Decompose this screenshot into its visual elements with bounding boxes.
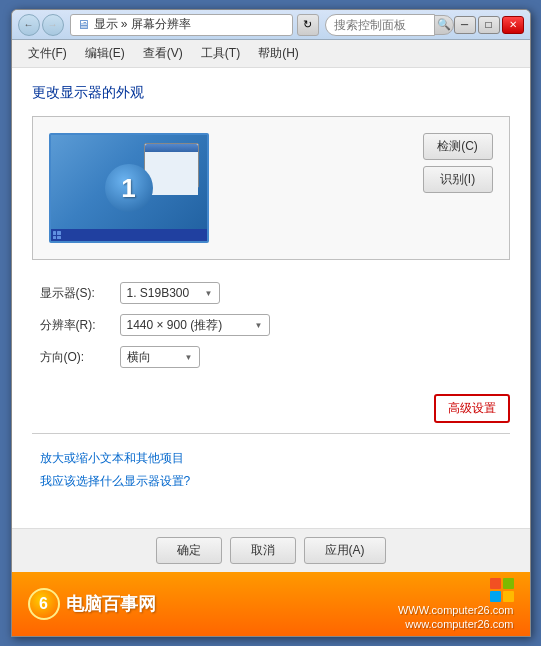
watermark-url2: www.computer26.com <box>405 618 513 630</box>
settings-section: 显示器(S): 1. S19B300 ▼ 分辨率(R): 1440 × 900 … <box>32 276 510 384</box>
watermark-logo: 6 <box>28 588 60 620</box>
watermark-site-name: 电脑百事网 <box>66 592 156 616</box>
refresh-button[interactable]: ↻ <box>297 14 319 36</box>
menu-view[interactable]: 查看(V) <box>135 42 191 65</box>
window-controls: ─ □ ✕ <box>454 16 524 34</box>
close-button[interactable]: ✕ <box>502 16 524 34</box>
monitor-display: 1 <box>49 133 209 243</box>
watermark: 6 电脑百事网 WWW.computer26.com www.computer2… <box>12 572 530 636</box>
ok-button[interactable]: 确定 <box>156 537 222 564</box>
detect-button[interactable]: 检测(C) <box>423 133 493 160</box>
search-area: 🔍 <box>325 14 454 36</box>
back-button[interactable]: ← <box>18 14 40 36</box>
display-value: 1. S19B300 <box>127 286 190 300</box>
monitor-screen: 1 <box>49 133 209 243</box>
display-select-wrapper: 1. S19B300 ▼ <box>120 282 220 304</box>
restore-button[interactable]: □ <box>478 16 500 34</box>
apply-button[interactable]: 应用(A) <box>304 537 386 564</box>
cancel-button[interactable]: 取消 <box>230 537 296 564</box>
monitor-number: 1 <box>105 164 153 212</box>
display-field-row: 显示器(S): 1. S19B300 ▼ <box>40 282 502 304</box>
title-bar: ← → 🖥 显示 » 屏幕分辨率 ↻ 🔍 ─ □ ✕ <box>12 10 530 40</box>
preview-buttons: 检测(C) 识别(I) <box>423 133 493 193</box>
resolution-select[interactable]: 1440 × 900 (推荐) ▼ <box>120 314 270 336</box>
monitor-taskbar <box>51 229 207 241</box>
watermark-right: WWW.computer26.com www.computer26.com <box>398 578 514 630</box>
page-title: 更改显示器的外观 <box>32 84 510 102</box>
watermark-left: 6 电脑百事网 <box>28 588 156 620</box>
monitor-preview-area: 1 检测(C) 识别(I) <box>32 116 510 260</box>
menu-file[interactable]: 文件(F) <box>20 42 75 65</box>
win-quad-yellow <box>503 591 514 602</box>
minimize-button[interactable]: ─ <box>454 16 476 34</box>
breadcrumb-bar: 🖥 显示 » 屏幕分辨率 ↻ <box>70 14 319 36</box>
orientation-value: 横向 <box>127 349 151 366</box>
resolution-arrow: ▼ <box>255 321 263 330</box>
main-window: ← → 🖥 显示 » 屏幕分辨率 ↻ 🔍 ─ □ ✕ 文件(F) 编辑(E) 查… <box>11 9 531 637</box>
orientation-select[interactable]: 横向 ▼ <box>120 346 200 368</box>
content-area: 更改显示器的外观 1 <box>12 68 530 528</box>
orientation-field-row: 方向(O): 横向 ▼ <box>40 346 502 368</box>
forward-button[interactable]: → <box>42 14 64 36</box>
orientation-arrow: ▼ <box>185 353 193 362</box>
display-arrow: ▼ <box>205 289 213 298</box>
orientation-select-wrapper: 横向 ▼ <box>120 346 200 368</box>
advanced-btn-wrapper: 高级设置 <box>32 394 510 423</box>
menu-bar: 文件(F) 编辑(E) 查看(V) 工具(T) 帮助(H) <box>12 40 530 68</box>
orientation-label: 方向(O): <box>40 349 120 366</box>
search-button[interactable]: 🔍 <box>434 15 454 35</box>
separator <box>32 433 510 434</box>
mini-title-bar <box>145 144 198 152</box>
resolution-select-wrapper: 1440 × 900 (推荐) ▼ <box>120 314 270 336</box>
advanced-button[interactable]: 高级设置 <box>434 394 510 423</box>
breadcrumb[interactable]: 🖥 显示 » 屏幕分辨率 <box>70 14 293 36</box>
menu-tools[interactable]: 工具(T) <box>193 42 248 65</box>
win-quad-2 <box>57 231 61 235</box>
link-display-settings[interactable]: 我应该选择什么显示器设置? <box>40 473 502 490</box>
win-quad-blue <box>490 591 501 602</box>
nav-buttons: ← → <box>18 14 64 36</box>
resolution-label: 分辨率(R): <box>40 317 120 334</box>
win-quad-green <box>503 578 514 589</box>
win-quad-1 <box>53 231 57 235</box>
menu-edit[interactable]: 编辑(E) <box>77 42 133 65</box>
win-quad-3 <box>53 236 57 240</box>
watermark-windows-icon <box>490 578 514 602</box>
win-quad-red <box>490 578 501 589</box>
watermark-url1: WWW.computer26.com <box>398 604 514 616</box>
display-select[interactable]: 1. S19B300 ▼ <box>120 282 220 304</box>
mini-windows-icon <box>53 231 61 239</box>
menu-help[interactable]: 帮助(H) <box>250 42 307 65</box>
logo-text: 6 <box>39 595 48 613</box>
link-text-size[interactable]: 放大或缩小文本和其他项目 <box>40 450 502 467</box>
breadcrumb-text: 显示 » 屏幕分辨率 <box>94 16 191 33</box>
links-section: 放大或缩小文本和其他项目 我应该选择什么显示器设置? <box>32 450 510 490</box>
identify-button[interactable]: 识别(I) <box>423 166 493 193</box>
resolution-value: 1440 × 900 (推荐) <box>127 317 223 334</box>
bottom-bar: 确定 取消 应用(A) <box>12 528 530 572</box>
display-label: 显示器(S): <box>40 285 120 302</box>
win-quad-4 <box>57 236 61 240</box>
search-input[interactable] <box>325 14 435 36</box>
resolution-field-row: 分辨率(R): 1440 × 900 (推荐) ▼ <box>40 314 502 336</box>
